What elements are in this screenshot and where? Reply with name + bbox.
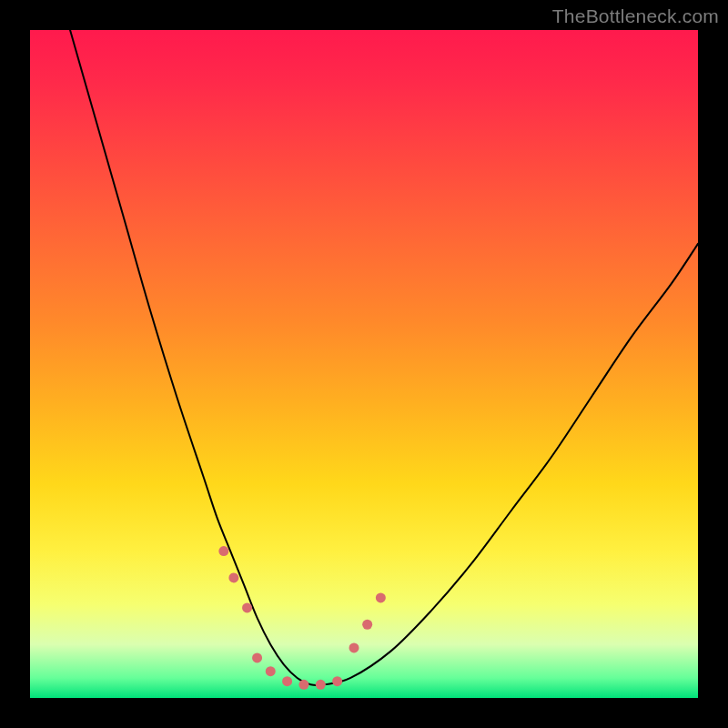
marker-dot	[282, 676, 292, 686]
chart-stage: TheBottleneck.com	[0, 0, 728, 728]
chart-svg	[30, 30, 698, 698]
marker-dot	[376, 592, 386, 602]
marker-dot	[218, 546, 228, 556]
marker-dot	[228, 572, 238, 582]
marker-dot	[266, 666, 276, 676]
marker-dot	[298, 680, 308, 690]
marker-dots	[218, 546, 385, 690]
marker-dot	[316, 680, 326, 690]
marker-dot	[242, 602, 252, 612]
marker-dot	[362, 620, 372, 630]
marker-dot	[349, 642, 359, 652]
bottleneck-curve	[70, 30, 698, 685]
plot-area	[30, 30, 698, 698]
watermark-label: TheBottleneck.com	[552, 5, 719, 27]
marker-dot	[332, 676, 342, 686]
marker-dot	[252, 652, 262, 662]
